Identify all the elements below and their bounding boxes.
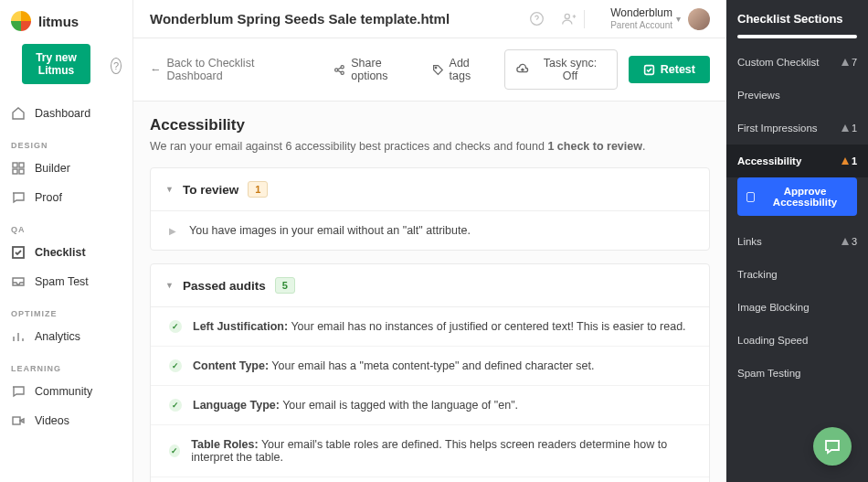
help-icon[interactable]: ? [111, 58, 122, 74]
passed-row[interactable]: ✓Table Roles: Your email's table roles a… [151, 425, 709, 477]
section-design: DESIGN [0, 128, 132, 154]
nav-dashboard[interactable]: Dashboard [0, 99, 132, 128]
avatar[interactable] [688, 8, 710, 30]
arrow-left-icon: ← [150, 63, 162, 76]
chevron-down-icon: ▼ [165, 281, 174, 290]
to-review-header[interactable]: ▼ To review 1 [151, 168, 709, 211]
chevron-down-icon: ▼ [165, 185, 174, 194]
checklist-panel-title: Checklist Sections [726, 0, 868, 35]
nav-label: Videos [35, 414, 69, 427]
upload-cloud-icon [516, 63, 529, 76]
sidebar: litmus Try new Litmus ? Dashboard DESIGN… [0, 0, 133, 482]
check-square-icon [11, 245, 26, 260]
passed-row[interactable]: ✓Heading Hierarchy: Your email headings … [151, 477, 709, 482]
passed-row[interactable]: ✓Content Type: Your email has a "meta co… [151, 347, 709, 386]
section-image-blocking[interactable]: Image Blocking [726, 291, 868, 324]
section-custom-checklist[interactable]: Custom Checklist 7 [726, 46, 868, 79]
to-review-card: ▼ To review 1 ▶ You have images in your … [150, 167, 710, 251]
section-links[interactable]: Links 3 [726, 225, 868, 258]
nav-label: Builder [35, 162, 70, 175]
section-optimize: OPTIMIZE [0, 296, 132, 322]
chat-icon [11, 384, 26, 399]
approve-accessibility-button[interactable]: Approve Accessibility [737, 177, 857, 216]
home-icon [11, 106, 26, 121]
svg-point-9 [341, 65, 344, 68]
back-label: Back to Checklist Dashboard [167, 57, 312, 82]
section-accessibility[interactable]: Accessibility 1 [726, 145, 868, 177]
nav-label: Proof [35, 191, 62, 204]
warning-triangle-icon [842, 157, 849, 165]
task-sync-label: Task sync: Off [535, 57, 606, 82]
add-tags-link[interactable]: Add tags [432, 57, 494, 82]
task-sync-button[interactable]: Task sync: Off [504, 49, 617, 90]
svg-rect-1 [19, 163, 24, 167]
try-new-litmus-button[interactable]: Try new Litmus [22, 44, 90, 84]
passed-audits-card: ▼ Passed audits 5 ✓Left Justification: Y… [150, 263, 710, 482]
nav-label: Analytics [35, 330, 80, 343]
check-square-icon [643, 64, 655, 76]
back-link[interactable]: ← Back to Checklist Dashboard [150, 57, 312, 82]
nav-builder[interactable]: Builder [0, 154, 132, 183]
chat-icon [11, 190, 26, 205]
check-circle-icon: ✓ [169, 445, 180, 457]
nav-proof[interactable]: Proof [0, 183, 132, 212]
section-heading: Accessibility [150, 116, 710, 134]
section-first-impressions[interactable]: First Impressions 1 [726, 112, 868, 145]
brand-name: litmus [38, 14, 79, 29]
nav-label: Dashboard [35, 107, 90, 120]
bar-chart-icon [11, 329, 26, 344]
section-tracking[interactable]: Tracking [726, 258, 868, 291]
row-text: You have images in your email without an… [189, 224, 471, 237]
toolbar: ← Back to Checklist Dashboard Share opti… [133, 38, 726, 102]
nav-label: Community [35, 385, 92, 398]
nav-community[interactable]: Community [0, 377, 132, 406]
retest-button[interactable]: Retest [629, 56, 710, 83]
nav-spam-test[interactable]: Spam Test [0, 267, 132, 296]
warning-triangle-icon [842, 124, 849, 132]
retest-label: Retest [661, 63, 695, 76]
check-circle-icon: ✓ [169, 399, 182, 412]
chat-bubble-icon [823, 437, 842, 455]
chevron-down-icon: ▾ [676, 14, 681, 24]
video-icon [11, 413, 26, 428]
to-review-row[interactable]: ▶ You have images in your email without … [151, 211, 709, 250]
tag-icon [432, 64, 444, 76]
nav-checklist[interactable]: Checklist [0, 238, 132, 267]
svg-point-7 [565, 14, 569, 18]
account-name: Wonderblum [610, 6, 672, 19]
row-text: Language Type: Your email is tagged with… [193, 399, 518, 412]
section-spam-testing[interactable]: Spam Testing [726, 357, 868, 390]
passed-title: Passed audits [183, 279, 266, 293]
passed-row[interactable]: ✓Left Justification: Your email has no i… [151, 307, 709, 347]
svg-rect-0 [13, 163, 17, 167]
grid-icon [11, 161, 26, 176]
svg-point-10 [341, 71, 344, 74]
account-switcher[interactable]: Wonderblum Parent Account [610, 6, 672, 30]
svg-point-8 [335, 68, 338, 70]
check-circle-icon: ✓ [169, 320, 182, 333]
header: Wonderblum Spring Seeds Sale template.ht… [133, 0, 726, 38]
share-icon [333, 64, 345, 76]
help-circle-icon[interactable] [529, 11, 545, 27]
svg-rect-3 [19, 169, 24, 174]
nav-analytics[interactable]: Analytics [0, 322, 132, 351]
passed-row[interactable]: ✓Language Type: Your email is tagged wit… [151, 386, 709, 425]
share-label: Share options [351, 57, 420, 82]
section-loading-speed[interactable]: Loading Speed [726, 324, 868, 357]
nav-videos[interactable]: Videos [0, 406, 132, 435]
nav-label: Spam Test [35, 275, 89, 288]
section-qa: QA [0, 212, 132, 238]
checkbox-icon [746, 192, 755, 202]
section-previews[interactable]: Previews [726, 79, 868, 112]
section-intro: We ran your email against 6 accessibilit… [150, 140, 710, 153]
support-chat-button[interactable] [813, 427, 852, 466]
account-sub: Parent Account [610, 20, 672, 31]
add-user-icon[interactable] [561, 11, 577, 27]
brand-row: litmus [0, 11, 132, 44]
share-options-link[interactable]: Share options [333, 57, 420, 82]
passed-header[interactable]: ▼ Passed audits 5 [151, 264, 709, 307]
nav-label: Checklist [35, 246, 86, 259]
warning-triangle-icon [842, 59, 849, 66]
content: Accessibility We ran your email against … [133, 102, 726, 482]
row-text: Table Roles: Your email's table roles ar… [191, 438, 691, 464]
